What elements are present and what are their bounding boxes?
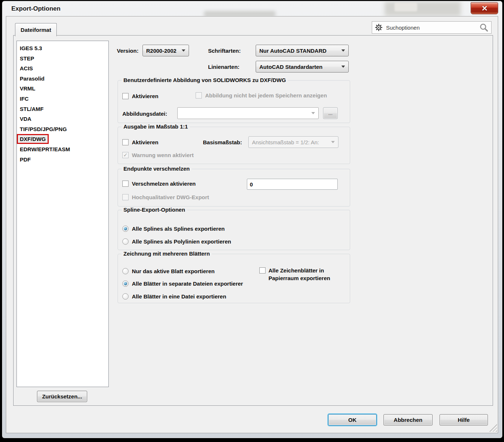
- reset-button[interactable]: Zurücksetzen...: [37, 391, 87, 402]
- list-item-step[interactable]: STEP: [17, 53, 108, 64]
- export-active-sheet-radio[interactable]: [122, 268, 129, 274]
- paper-space-checkbox[interactable]: ✓: [259, 267, 266, 274]
- dont-show-mapping-checkbox: ✓: [196, 92, 202, 99]
- title-bar[interactable]: [3, 1, 502, 17]
- background-blur-artifact: [394, 3, 417, 11]
- export-active-sheet-label: Nur das aktive Blatt exportieren: [132, 268, 215, 274]
- splines-as-polylines-label: Alle Splines als Polylinien exportieren: [132, 238, 231, 245]
- chevron-down-icon: [311, 112, 315, 114]
- export-separate-files-label: Alle Blätter in separate Dateien exporti…: [132, 281, 243, 287]
- mapping-file-label: Abbildungsdatei:: [122, 111, 167, 117]
- linestyles-row: Linienarten:: [208, 63, 240, 70]
- base-scale-dropdown: Ansichtsmaßstab = 1/2: An:: [248, 136, 338, 148]
- list-item-pdf[interactable]: PDF: [17, 155, 108, 165]
- fonts-dropdown[interactable]: Nur AutoCAD STANDARD: [256, 45, 349, 56]
- ok-button[interactable]: OK: [328, 414, 377, 426]
- group-merge-endpoints: Endpunkte verschmelzen ✓ Verschmelzen ak…: [118, 169, 350, 207]
- gear-icon: [375, 24, 382, 31]
- paper-space-label: Alle Zeichenblätter in Papierraum export…: [268, 267, 344, 282]
- group-title: Zeichnung mit mehreren Blättern: [122, 250, 212, 257]
- version-label: Version:: [117, 48, 138, 54]
- resize-grip[interactable]: [489, 424, 497, 432]
- list-item-edrw-eprt-easm[interactable]: EDRW/EPRT/EASM: [17, 144, 108, 155]
- tab-dateiformat[interactable]: Dateiformat: [15, 23, 57, 36]
- browse-button[interactable]: ...: [323, 107, 338, 119]
- fonts-row: Schriftarten:: [208, 47, 241, 54]
- cancel-button[interactable]: Abbrechen: [383, 414, 433, 426]
- export-single-file-radio[interactable]: [122, 293, 129, 300]
- group-custom-mapping: Benutzerdefinierte Abbildung von SOLIDWO…: [118, 80, 350, 123]
- mapping-file-dropdown[interactable]: [177, 107, 319, 119]
- export-separate-files-radio[interactable]: [122, 281, 129, 287]
- group-title: Ausgabe im Maßstab 1:1: [122, 123, 190, 130]
- search-icon: [479, 23, 488, 32]
- close-button[interactable]: [471, 2, 498, 14]
- linestyles-dropdown[interactable]: AutoCAD Standardarten: [256, 61, 349, 73]
- chevron-down-icon: [341, 66, 345, 68]
- group-multi-sheet: Zeichnung mit mehreren Blättern Nur das …: [118, 254, 350, 303]
- version-value: R2000-2002: [146, 48, 177, 54]
- list-item-stl-amf[interactable]: STL/AMF: [17, 104, 108, 114]
- enable-mapping-checkbox[interactable]: ✓: [122, 93, 129, 99]
- warn-when-enabled-label: Warnung wenn aktiviert: [132, 152, 194, 158]
- chevron-down-icon: [182, 49, 185, 52]
- version-row: Version:: [117, 47, 138, 54]
- group-scale-output: Ausgabe im Maßstab 1:1 ✓ Aktivieren Basi…: [118, 127, 350, 164]
- enable-merge-label: Verschmelzen aktivieren: [132, 181, 196, 187]
- export-single-file-label: Alle Blätter in eine Datei exportieren: [132, 293, 226, 300]
- splines-as-polylines-radio[interactable]: [122, 238, 129, 245]
- list-item-tif-psd-jpg-png[interactable]: TIF/PSD/JPG/PNG: [17, 124, 108, 134]
- enable-mapping-label: Aktivieren: [132, 93, 159, 99]
- chevron-down-icon: [331, 141, 335, 143]
- list-item-acis[interactable]: ACIS: [17, 63, 108, 74]
- help-button[interactable]: Hilfe: [440, 414, 488, 426]
- enable-merge-checkbox[interactable]: ✓: [122, 181, 129, 187]
- dialog-client-area: Dateiformat IGES 5.3 STEP: [6, 16, 498, 433]
- splines-as-splines-radio[interactable]: [122, 226, 129, 232]
- fonts-label: Schriftarten:: [208, 48, 241, 54]
- warn-when-enabled-checkbox: ✓: [122, 152, 129, 158]
- group-title: Benutzerdefinierte Abbildung von SOLIDWO…: [122, 77, 288, 83]
- group-spline-options: Spline-Export-Optionen Alle Splines als …: [118, 210, 350, 250]
- list-item-dxf-dwg-selected[interactable]: DXF/DWG: [17, 134, 108, 144]
- list-item-vrml[interactable]: VRML: [17, 83, 108, 94]
- close-icon: [482, 6, 487, 11]
- version-dropdown[interactable]: R2000-2002: [142, 45, 189, 56]
- base-scale-label: Basismaßstab:: [203, 139, 242, 145]
- enable-scale-checkbox[interactable]: ✓: [122, 139, 129, 145]
- list-item-iges[interactable]: IGES 5.3: [17, 43, 108, 53]
- chevron-down-icon: [341, 49, 345, 52]
- linestyles-label: Linienarten:: [208, 64, 240, 70]
- format-list: IGES 5.3 STEP ACIS Parasolid VRML IFC ST…: [16, 41, 109, 387]
- fonts-value: Nur AutoCAD STANDARD: [259, 48, 326, 54]
- merge-tolerance-input[interactable]: [247, 179, 338, 190]
- dont-show-mapping-label: Abbildung nicht bei jedem Speichern anze…: [205, 92, 327, 99]
- group-title: Endpunkte verschmelzen: [122, 166, 192, 172]
- high-quality-dwg-checkbox: ✓: [122, 194, 129, 200]
- list-item-ifc[interactable]: IFC: [17, 94, 108, 104]
- search-input[interactable]: [385, 24, 477, 31]
- search-options-box: [372, 21, 492, 34]
- window-title: Export-Optionen: [11, 5, 60, 12]
- splines-as-splines-label: Alle Splines als Splines exportieren: [132, 226, 225, 232]
- base-scale-value: Ansichtsmaßstab = 1/2: An:: [252, 139, 319, 145]
- enable-scale-label: Aktivieren: [132, 139, 159, 145]
- linestyles-value: AutoCAD Standardarten: [259, 64, 323, 70]
- high-quality-dwg-label: Hochqualitativer DWG-Export: [132, 194, 209, 200]
- list-item-vda[interactable]: VDA: [17, 114, 108, 124]
- list-item-parasolid[interactable]: Parasolid: [17, 74, 108, 84]
- group-title: Spline-Export-Optionen: [122, 207, 187, 213]
- screenshot-canvas: { "window": { "title": "Export-Optionen"…: [0, 0, 504, 442]
